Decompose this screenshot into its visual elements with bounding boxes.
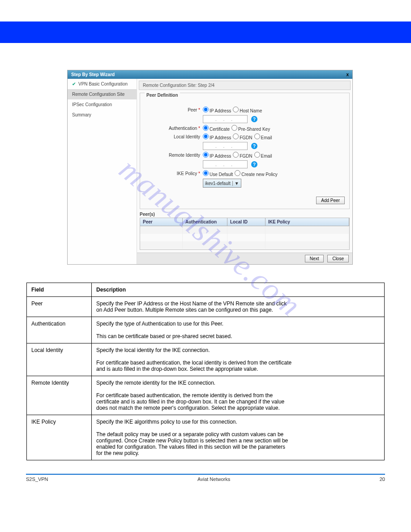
local-id-label: Local Identity <box>145 134 203 139</box>
table-row <box>140 234 349 241</box>
remote-ip-radio[interactable]: IP Address <box>203 152 231 159</box>
auth-cert-radio[interactable]: Certificate <box>203 125 230 132</box>
sidebar-step-remote-config[interactable]: Remote Configuration Site <box>68 89 137 99</box>
peer-ip-radio[interactable]: IP Address <box>203 107 231 113</box>
desc-cell: Specify the local identity for the IKE c… <box>92 343 385 376</box>
ike-policy-label: IKE Policy * <box>145 171 203 176</box>
peer-ip-input[interactable]: . . . <box>203 115 248 123</box>
auth-psk-radio[interactable]: Pre-Shared Key <box>231 125 270 132</box>
peer-host-radio[interactable]: Host Name <box>233 107 262 113</box>
local-email-radio[interactable]: Email <box>254 133 272 140</box>
desc-cell: Specify the Peer IP Address or the Host … <box>92 297 385 317</box>
col-header-auth: Authentication <box>183 218 227 226</box>
ike-create-radio[interactable]: Create new Policy <box>235 170 278 177</box>
help-icon[interactable]: ? <box>251 143 257 149</box>
auth-label: Authentication * <box>145 126 203 131</box>
th-field: Field <box>27 283 92 297</box>
peer-definition-fieldset: Peer Definition Peer * IP Address Host N… <box>140 93 350 209</box>
chevron-down-icon: ▼ <box>232 181 239 186</box>
table-row: AuthenticationSpecify the type of Authen… <box>27 317 385 343</box>
th-desc: Description <box>92 283 385 297</box>
field-cell: Local Identity <box>27 343 92 376</box>
remote-id-label: Remote Identity <box>145 153 203 158</box>
sidebar-item-label: Remote Configuration Site <box>72 92 124 97</box>
peers-table: Peer Authentication Local ID IKE Policy <box>140 218 350 250</box>
table-row: Local IdentitySpecify the local identity… <box>27 343 385 376</box>
sidebar-item-label: Summary <box>72 112 91 117</box>
field-cell: Remote Identity <box>27 376 92 415</box>
table-row: Remote IdentitySpecify the remote identi… <box>27 376 385 415</box>
wizard-title: Step By Step Wizard <box>71 72 115 77</box>
footer-left: S2S_VPN <box>26 476 48 482</box>
table-row <box>140 226 349 234</box>
field-cell: IKE Policy <box>27 415 92 460</box>
sidebar-item-label: IPSec Configuration <box>72 102 112 107</box>
desc-cell: Specify the IKE algorithms policy to use… <box>92 415 385 460</box>
wizard-footer: Next Close <box>137 253 352 264</box>
sidebar-item-label: VPN Basic Configuration <box>78 82 128 86</box>
remote-email-radio[interactable]: Email <box>254 152 272 159</box>
footer-right: 20 <box>380 476 385 482</box>
remote-id-input[interactable]: . . . <box>203 160 248 168</box>
col-header-peer: Peer <box>140 218 183 226</box>
table-row <box>140 241 349 249</box>
sidebar-step-summary[interactable]: Summary <box>68 110 137 120</box>
help-icon[interactable]: ? <box>251 161 257 167</box>
col-header-ike: IKE Policy <box>265 218 349 226</box>
field-cell: Authentication <box>27 317 92 343</box>
local-fgdn-radio[interactable]: FGDN <box>233 133 252 140</box>
wizard-titlebar: Step By Step Wizard x <box>68 70 352 79</box>
field-cell: Peer <box>27 297 92 317</box>
add-peer-button[interactable]: Add Peer <box>316 197 345 204</box>
footer-mid: Aviat Networks <box>197 476 230 482</box>
sidebar-step-vpn-basic[interactable]: VPN Basic Configuration <box>68 79 137 89</box>
description-table: Field Description PeerSpecify the Peer I… <box>26 283 385 460</box>
peer-label: Peer * <box>145 107 203 112</box>
ike-policy-select[interactable]: ikev1-default▼ <box>203 179 241 188</box>
col-header-localid: Local ID <box>227 218 265 226</box>
step-header: Remote Configuration Site: Step 2/4 <box>139 81 351 90</box>
wizard-window: Step By Step Wizard x VPN Basic Configur… <box>67 70 353 265</box>
page-footer: S2S_VPN Aviat Networks 20 <box>26 474 385 482</box>
local-id-input[interactable]: . . . <box>203 142 248 150</box>
help-icon[interactable]: ? <box>251 116 257 122</box>
table-row: IKE PolicySpecify the IKE algorithms pol… <box>27 415 385 460</box>
desc-cell: Specify the type of Authentication to us… <box>92 317 385 343</box>
ike-default-radio[interactable]: Use Default <box>203 170 233 177</box>
fieldset-legend: Peer Definition <box>145 93 180 98</box>
sidebar-step-ipsec[interactable]: IPSec Configuration <box>68 99 137 110</box>
page-top-banner <box>0 21 411 43</box>
desc-cell: Specify the remote identity for the IKE … <box>92 376 385 415</box>
remote-fgdn-radio[interactable]: FGDN <box>233 152 252 159</box>
close-icon[interactable]: x <box>346 72 349 77</box>
close-button[interactable]: Close <box>327 255 349 262</box>
table-row: PeerSpecify the Peer IP Address or the H… <box>27 297 385 317</box>
wizard-main: Remote Configuration Site: Step 2/4 Peer… <box>137 79 352 264</box>
next-button[interactable]: Next <box>305 255 324 262</box>
peers-title: Peer(s) <box>140 212 350 217</box>
wizard-sidebar: VPN Basic Configuration Remote Configura… <box>68 79 137 264</box>
local-ip-radio[interactable]: IP Address <box>203 133 231 140</box>
